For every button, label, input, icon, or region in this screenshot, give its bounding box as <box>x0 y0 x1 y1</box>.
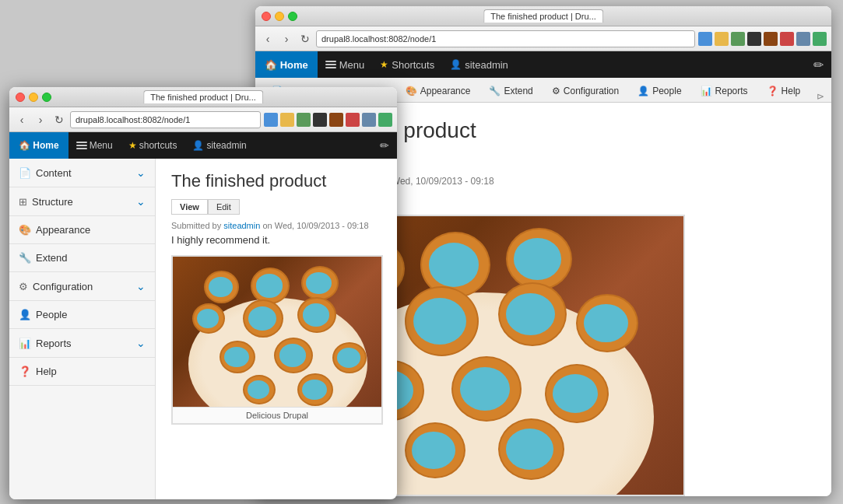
forward-btn[interactable]: › <box>279 31 294 47</box>
front-nav-menu[interactable]: Menu <box>68 132 121 159</box>
front-address-bar[interactable]: drupal8.localhost:8082/node/1 <box>70 111 261 128</box>
back-nav-scroll[interactable]: ⊳ <box>810 91 831 102</box>
back-nav-extend[interactable]: 🔧Extend <box>480 80 541 102</box>
front-window-title: The finished product | Dru... <box>143 90 263 103</box>
front-browser-window: The finished product | Dru... ‹ › ↻ drup… <box>9 87 397 499</box>
extend-icon: 🔧 <box>19 252 31 264</box>
front-toolbar-icons <box>264 113 392 127</box>
sidebar-item-structure[interactable]: ⊞ Structure ⌄ <box>9 187 155 216</box>
front-back-btn[interactable]: ‹ <box>14 112 30 128</box>
back-nav-help[interactable]: ❓Help <box>758 80 810 102</box>
front-icon-6[interactable] <box>346 113 360 127</box>
front-window-controls <box>16 93 51 102</box>
back-nav-shortcuts[interactable]: ★ Shortcuts <box>372 51 442 78</box>
reload-btn[interactable]: ↻ <box>297 31 313 47</box>
back-address-bar[interactable]: drupal8.localhost:8082/node/1 <box>316 30 695 47</box>
toolbar-icon-4[interactable] <box>747 32 761 46</box>
front-cookie-caption: Delicious Drupal <box>172 408 382 424</box>
back-drupal-nav: 🏠 Home Menu ★ Shortcuts 👤 siteadmin ✏ <box>255 51 831 78</box>
structure-icon: ⊞ <box>19 196 27 208</box>
toolbar-icon-8[interactable] <box>813 32 827 46</box>
back-maximize-button[interactable] <box>288 12 297 21</box>
front-cookie-image <box>172 256 382 408</box>
front-main-content: The finished product View Edit Submitted… <box>156 159 397 499</box>
front-nav-home[interactable]: 🏠 Home <box>9 132 68 159</box>
configuration-icon: ⚙ <box>19 281 28 292</box>
help-icon: ❓ <box>19 366 31 377</box>
toolbar-icon-1[interactable] <box>698 32 712 46</box>
toolbar-icon-7[interactable] <box>796 32 810 46</box>
back-nav-home[interactable]: 🏠 Home <box>255 51 318 78</box>
front-close-button[interactable] <box>16 93 25 102</box>
appearance-icon: 🎨 <box>19 224 31 236</box>
back-tab[interactable]: The finished product | Dru... <box>483 9 603 23</box>
front-maximize-button[interactable] <box>42 93 51 102</box>
sidebar-item-content[interactable]: 📄 Content ⌄ <box>9 159 155 187</box>
front-edit-tab[interactable]: Edit <box>208 199 240 215</box>
toolbar-icon-2[interactable] <box>715 32 729 46</box>
structure-chevron-icon: ⌄ <box>136 195 146 208</box>
people-icon: 👤 <box>19 309 31 320</box>
back-btn[interactable]: ‹ <box>260 31 276 47</box>
front-submitted-user[interactable]: siteadmin <box>223 221 260 230</box>
reports-icon: 📊 <box>19 338 31 349</box>
front-view-tab[interactable]: View <box>171 199 208 215</box>
sidebar-item-appearance[interactable]: 🎨 Appearance <box>9 216 155 244</box>
sidebar-item-reports[interactable]: 📊 Reports ⌄ <box>9 329 155 358</box>
content-icon: 📄 <box>19 167 31 179</box>
back-close-button[interactable] <box>262 12 271 21</box>
front-icon-5[interactable] <box>329 113 343 127</box>
front-page-title: The finished product <box>171 171 381 191</box>
back-minimize-button[interactable] <box>275 12 284 21</box>
content-chevron-icon: ⌄ <box>136 166 146 179</box>
sidebar-item-configuration[interactable]: ⚙ Configuration ⌄ <box>9 272 155 301</box>
back-window-title: The finished product | Dru... <box>483 9 603 23</box>
front-tab[interactable]: The finished product | Dru... <box>143 90 263 103</box>
front-minimize-button[interactable] <box>29 93 38 102</box>
front-titlebar: The finished product | Dru... <box>9 87 397 107</box>
front-forward-btn[interactable]: › <box>33 112 48 128</box>
front-icon-7[interactable] <box>362 113 376 127</box>
back-browser-toolbar: ‹ › ↻ drupal8.localhost:8082/node/1 <box>255 26 831 51</box>
front-icon-3[interactable] <box>297 113 311 127</box>
toolbar-icon-6[interactable] <box>780 32 794 46</box>
back-nav-edit-icon[interactable]: ✏ <box>806 58 831 72</box>
front-body: 📄 Content ⌄ ⊞ Structure ⌄ 🎨 Appearance <box>9 159 397 499</box>
back-nav-configuration[interactable]: ⚙Configuration <box>543 80 627 102</box>
front-nav-edit-icon[interactable]: ✏ <box>372 139 397 152</box>
back-toolbar-icons <box>698 32 827 46</box>
front-drupal-nav: 🏠 Home Menu ★ shortcuts 👤 siteadmin ✏ <box>9 132 397 159</box>
front-nav-user[interactable]: 👤 siteadmin <box>184 132 254 159</box>
sidebar-item-extend[interactable]: 🔧 Extend <box>9 244 155 272</box>
front-sidebar: 📄 Content ⌄ ⊞ Structure ⌄ 🎨 Appearance <box>9 159 156 499</box>
front-submitted: Submitted by siteadmin on Wed, 10/09/201… <box>171 221 381 230</box>
front-nav-shortcuts[interactable]: ★ shortcuts <box>121 132 185 159</box>
front-cookie-image-container: Delicious Drupal <box>171 255 383 425</box>
back-window-controls <box>262 12 297 21</box>
back-nav-people[interactable]: 👤People <box>629 80 690 102</box>
front-view-edit-tabs: View Edit <box>171 199 381 215</box>
back-nav-menu[interactable]: Menu <box>318 51 373 78</box>
toolbar-icon-5[interactable] <box>764 32 778 46</box>
back-nav-user[interactable]: 👤 siteadmin <box>442 51 516 78</box>
back-nav-reports[interactable]: 📊Reports <box>692 80 757 102</box>
back-nav-appearance[interactable]: 🎨Appearance <box>397 80 479 102</box>
sidebar-item-people[interactable]: 👤 People <box>9 301 155 329</box>
front-browser-toolbar: ‹ › ↻ drupal8.localhost:8082/node/1 <box>9 107 397 132</box>
front-icon-2[interactable] <box>280 113 294 127</box>
reports-chevron-icon: ⌄ <box>136 337 146 349</box>
front-body-text: I highly recommend it. <box>171 234 381 246</box>
toolbar-icon-3[interactable] <box>731 32 745 46</box>
configuration-chevron-icon: ⌄ <box>136 280 146 292</box>
front-icon-4[interactable] <box>313 113 327 127</box>
sidebar-item-help[interactable]: ❓ Help <box>9 358 155 386</box>
back-titlebar: The finished product | Dru... <box>255 6 831 26</box>
front-icon-1[interactable] <box>264 113 278 127</box>
front-icon-8[interactable] <box>378 113 392 127</box>
front-reload-btn[interactable]: ↻ <box>51 112 67 128</box>
